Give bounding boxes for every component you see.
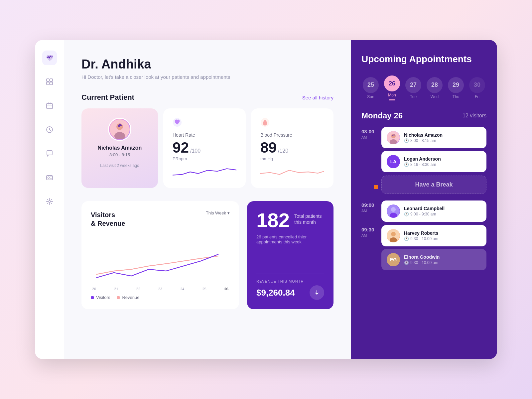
time-label-830 <box>361 176 381 197</box>
patient-info-card[interactable]: Nicholas Amazon 8:00 - 8:15 Last visit 2… <box>81 108 158 188</box>
appt-avatar-harvey <box>387 229 400 242</box>
appt-harvey-roberts[interactable]: Harvey Roberts 🕐 9:30 - 10:00 am <box>381 225 486 246</box>
svg-rect-1 <box>50 79 53 81</box>
sidebar-item-clock[interactable] <box>42 122 57 137</box>
cal-day-29[interactable]: 29 Thu <box>447 77 465 99</box>
sidebar <box>35 40 64 359</box>
heart-icon <box>173 118 236 129</box>
revenue-amount: $9,260.84 <box>256 288 295 298</box>
appt-name-harvey: Harvey Roberts <box>404 230 481 236</box>
cal-day-25[interactable]: 25 Sun <box>361 77 380 99</box>
revenue-legend-dot <box>117 296 120 299</box>
appointments-930: Harvey Roberts 🕐 9:30 - 10:00 am EG Elno… <box>381 225 486 270</box>
revenue-card: 182 Total patients this month 26 patient… <box>247 201 333 309</box>
heart-rate-value: 92 <box>173 140 189 155</box>
total-patients-row: 182 Total patients this month <box>256 210 324 230</box>
sidebar-item-calendar[interactable] <box>42 98 57 113</box>
time-label-930: 09:30 AM <box>361 225 381 238</box>
appt-avatar-elnora: EG <box>387 253 400 266</box>
time-slot-830: Have a Break <box>361 176 486 197</box>
svg-point-32 <box>391 232 396 236</box>
chart-title: Visitors & Revenue <box>91 210 125 228</box>
appt-leonard-campbell[interactable]: Leonard Campbell 🕐 9:00 - 9:30 am <box>381 200 486 222</box>
blood-pressure-sub: mmHg <box>260 156 324 161</box>
svg-point-24 <box>391 134 396 138</box>
svg-rect-3 <box>50 82 53 85</box>
visitors-revenue-chart: Visitors & Revenue This Week ▾ <box>81 201 239 309</box>
time-slot-900: 09:00 AM Leonard Campbell <box>361 200 486 222</box>
svg-point-29 <box>391 207 396 212</box>
appt-time-logan: 🕐 8:16 - 8:30 am <box>404 162 481 167</box>
cal-day-30[interactable]: 30 Fri <box>468 77 486 99</box>
svg-rect-0 <box>47 79 49 81</box>
sidebar-item-grid[interactable] <box>42 74 57 89</box>
cal-day-26-active[interactable]: 26 Mon <box>383 75 401 100</box>
appt-name-leonard: Leonard Campbell <box>404 206 481 211</box>
blood-pressure-chart <box>260 165 324 179</box>
time-slot-930: 09:30 AM Harvey <box>361 225 486 270</box>
doctor-subtitle: Hi Doctor, let's take a closer look at y… <box>81 74 333 80</box>
bottom-section: Visitors & Revenue This Week ▾ <box>81 201 333 309</box>
svg-point-26 <box>392 135 393 136</box>
appt-name-elnora: Elnora Goodwin <box>404 254 481 260</box>
sidebar-item-chat[interactable] <box>42 146 57 161</box>
appointments-900: Leonard Campbell 🕐 9:00 - 9:30 am <box>381 200 486 222</box>
patient-name: Nicholas Amazon <box>98 145 142 151</box>
visitors-legend-dot <box>91 296 94 299</box>
total-patients-number: 182 <box>256 210 290 230</box>
chart-area <box>91 234 230 284</box>
appt-time-harvey: 🕐 9:30 - 10:00 am <box>404 236 481 241</box>
time-label-900: 09:00 AM <box>361 200 381 213</box>
revenue-month-label: REVENUE THIS MONTH <box>256 279 324 283</box>
doctor-name: Dr. Andhika <box>81 57 333 71</box>
current-patient-header: Current Patient See all history <box>81 93 333 102</box>
heart-rate-chart <box>173 165 236 179</box>
appt-time-leonard: 🕐 9:00 - 9:30 am <box>404 212 481 216</box>
patient-avatar <box>108 118 131 141</box>
heart-rate-label: Heart Rate <box>173 132 236 138</box>
visitors-count: 12 visitors <box>463 113 486 119</box>
chart-legend: Visitors Revenue <box>91 295 230 300</box>
time-slot-800: 08:00 AM <box>361 127 486 172</box>
cancelled-text: 26 patients cancelled thier appointments… <box>256 234 324 244</box>
visitors-legend-label: Visitors <box>96 295 110 300</box>
see-all-history-link[interactable]: See all history <box>302 95 333 100</box>
patient-last-visit: Last visit 2 weeks ago <box>100 163 139 168</box>
time-selector[interactable]: This Week ▾ <box>206 210 230 215</box>
chart-header: Visitors & Revenue This Week ▾ <box>91 210 230 228</box>
patient-time: 8:00 - 8:15 <box>109 152 130 157</box>
appt-avatar-leonard <box>387 204 400 218</box>
appt-avatar-nicholas <box>387 131 400 144</box>
appt-name-nicholas: Nicholas Amazon <box>404 132 481 138</box>
heart-rate-card: Heart Rate 92 /100 PRbpm <box>163 108 246 188</box>
cal-day-27[interactable]: 27 Tue <box>404 77 423 99</box>
appt-elnora-goodwin[interactable]: EG Elnora Goodwin 🕐 9:30 - 10:00 am <box>381 249 486 270</box>
heart-rate-sub: PRbpm <box>173 156 236 161</box>
svg-point-12 <box>48 177 49 179</box>
svg-rect-4 <box>47 103 53 109</box>
appt-nicholas-amazon[interactable]: Nicholas Amazon 🕐 8:00 - 8:15 am <box>381 127 486 148</box>
sidebar-item-heart[interactable] <box>42 51 57 65</box>
heart-rate-unit: /100 <box>190 148 200 154</box>
sidebar-item-settings[interactable] <box>42 194 57 209</box>
download-button[interactable] <box>310 285 324 300</box>
revenue-bottom: $9,260.84 <box>256 285 324 300</box>
current-patient-title: Current Patient <box>81 93 134 102</box>
time-label-800: 08:00 AM <box>361 127 381 140</box>
panel-title: Upcoming Appointments <box>361 53 486 65</box>
blood-pressure-unit: /120 <box>278 148 288 154</box>
timeline: 08:00 AM <box>361 127 486 270</box>
svg-rect-2 <box>47 82 49 85</box>
cal-day-28[interactable]: 28 Wed <box>425 77 444 99</box>
day-heading: Monday 26 12 visitors <box>361 111 486 120</box>
sidebar-item-idcard[interactable] <box>42 170 57 185</box>
right-panel: Upcoming Appointments 25 Sun 26 Mon 27 T… <box>351 40 497 359</box>
droplet-icon <box>260 118 324 129</box>
svg-point-27 <box>393 134 395 136</box>
break-card: Have a Break <box>381 176 486 194</box>
calendar-strip: 25 Sun 26 Mon 27 Tue 28 Wed 29 Thu 30 <box>361 75 486 100</box>
appt-name-logan: Logan Anderson <box>404 156 481 162</box>
appt-logan-anderson[interactable]: LA Logan Anderson 🕐 8:16 - 8:30 am <box>381 151 486 172</box>
appt-time-elnora: 🕐 9:30 - 10:00 am <box>404 260 481 265</box>
day-title: Monday 26 <box>361 111 403 120</box>
